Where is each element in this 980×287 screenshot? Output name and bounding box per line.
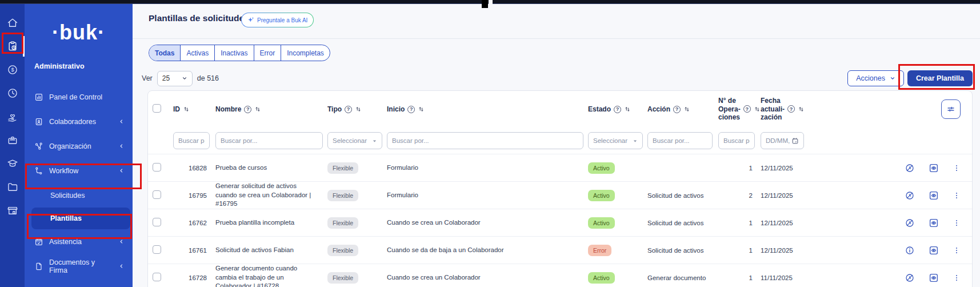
rail-item-beneficios[interactable]: [0, 110, 25, 123]
rail-item-home[interactable]: [0, 17, 25, 29]
kebab-menu-icon[interactable]: [953, 191, 961, 200]
icon-rail: $: [0, 4, 25, 287]
col-header-accion[interactable]: Acción ?: [647, 105, 718, 113]
sidebar-item-asistencia[interactable]: Asistencia: [25, 229, 133, 254]
preview-eye-icon[interactable]: [929, 245, 939, 256]
row-checkbox[interactable]: [153, 190, 161, 199]
filter-id-input[interactable]: [173, 132, 210, 149]
filter-tipo-select[interactable]: Seleccionar: [327, 132, 382, 149]
sidebar-item-label: Organización: [49, 142, 91, 150]
rail-item-talento[interactable]: [0, 134, 25, 146]
tipo-badge: Flexible: [327, 190, 358, 201]
cell-id: 16762: [173, 220, 215, 226]
col-header-id[interactable]: ID: [173, 105, 215, 113]
sort-icon[interactable]: [624, 106, 631, 113]
kebab-menu-icon[interactable]: [953, 164, 961, 173]
sidebar-item-workflow[interactable]: Workflow: [25, 158, 133, 183]
help-icon[interactable]: ?: [673, 106, 681, 113]
help-icon[interactable]: ?: [743, 105, 751, 113]
filter-inicio-input[interactable]: [387, 132, 583, 149]
filter-fecha-input[interactable]: DD/MM,: [761, 132, 804, 149]
tab-inactivas[interactable]: Inactivas: [214, 45, 253, 61]
table-row[interactable]: 16795 Generar solicitud de activos cuand…: [148, 181, 972, 209]
tab-incompletas[interactable]: Incompletas: [281, 45, 330, 61]
row-checkbox[interactable]: [153, 273, 161, 281]
rail-item-solicitudes[interactable]: [0, 40, 25, 53]
sidebar-item-label: Colaboradores: [49, 118, 96, 126]
ask-buk-ai-button[interactable]: Preguntale a Buk AI: [241, 13, 314, 27]
sidebar-item-organizacion[interactable]: Organización: [25, 134, 133, 158]
sidebar: ·buk· Administrativo Panel de Control Co…: [25, 4, 133, 287]
rail-item-capacitaciones[interactable]: [0, 157, 25, 170]
preview-eye-icon[interactable]: [929, 218, 939, 228]
kebab-menu-icon[interactable]: [953, 218, 961, 228]
filter-operaciones-input[interactable]: [718, 132, 755, 149]
rail-item-kiosco[interactable]: [0, 204, 25, 217]
help-icon[interactable]: ?: [614, 106, 621, 113]
col-header-tipo[interactable]: Tipo ?: [327, 105, 387, 113]
select-placeholder: Seleccionar: [333, 137, 367, 144]
tab-activas[interactable]: Activas: [180, 45, 214, 61]
sidebar-item-colaboradores[interactable]: Colaboradores: [25, 109, 133, 134]
tab-error[interactable]: Error: [254, 45, 281, 61]
rail-item-asistencia[interactable]: [0, 87, 25, 99]
sort-icon[interactable]: [355, 106, 362, 113]
notifications-off-icon[interactable]: [905, 190, 915, 201]
sidebar-item-label: Asistencia: [49, 238, 82, 246]
filter-estado-select[interactable]: Seleccionar: [588, 132, 643, 149]
col-header-fecha[interactable]: Fecha actuali- zación ?: [761, 97, 809, 121]
calendar-icon: [791, 137, 799, 145]
table-row[interactable]: 16762 Prueba plantilla incompleta Flexib…: [148, 209, 972, 236]
calendar-check-icon: [34, 237, 43, 246]
help-icon[interactable]: ?: [244, 106, 251, 113]
help-icon[interactable]: ?: [787, 105, 795, 113]
help-icon[interactable]: ?: [407, 106, 415, 113]
rail-item-remuneraciones[interactable]: $: [0, 63, 25, 76]
notifications-off-icon[interactable]: [905, 163, 915, 173]
filter-nombre-input[interactable]: [215, 132, 323, 149]
sidebar-item-plantillas[interactable]: Plantillas: [31, 208, 130, 229]
row-checkbox[interactable]: [153, 163, 161, 172]
col-header-label: N° de Opera- ciones: [718, 97, 741, 121]
preview-eye-icon[interactable]: [929, 190, 939, 201]
notifications-off-icon[interactable]: [905, 273, 915, 283]
col-header-operaciones[interactable]: N° de Opera- ciones ?: [718, 97, 761, 121]
info-icon[interactable]: [905, 245, 915, 256]
sidebar-item-panel-de-control[interactable]: Panel de Control: [25, 85, 133, 109]
rail-item-documentos[interactable]: [0, 181, 25, 193]
table-row[interactable]: 16761 Solicitud de activos Fabian Flexib…: [148, 236, 972, 264]
column-settings-button[interactable]: [941, 99, 961, 119]
sidebar-item-documentos-y-firma[interactable]: Documentos y Firma: [25, 254, 133, 278]
kebab-menu-icon[interactable]: [953, 273, 961, 282]
table-row[interactable]: 16728 Generar documento cuando cambia el…: [148, 264, 972, 287]
acciones-button[interactable]: Acciones: [847, 70, 904, 86]
notifications-off-icon[interactable]: [905, 218, 915, 228]
crear-plantilla-button[interactable]: Crear Plantilla: [907, 70, 973, 86]
help-icon[interactable]: ?: [345, 106, 352, 113]
filter-accion-input[interactable]: [647, 132, 713, 149]
preview-eye-icon[interactable]: [929, 163, 939, 173]
hand-heart-icon: [7, 111, 18, 122]
sort-icon[interactable]: [418, 106, 425, 113]
workflow-icon: [34, 166, 43, 176]
table-row[interactable]: 16828 Prueba de cursos Flexible Formular…: [148, 154, 972, 181]
sort-icon[interactable]: [683, 106, 690, 113]
sort-icon[interactable]: [254, 106, 261, 113]
page-size-select[interactable]: 25: [157, 71, 193, 86]
tab-todas[interactable]: Todas: [149, 45, 180, 61]
kebab-menu-icon[interactable]: [953, 246, 961, 255]
ask-buk-ai-label: Preguntale a Buk AI: [257, 17, 307, 23]
row-checkbox[interactable]: [153, 245, 161, 254]
select-all-checkbox[interactable]: [153, 104, 161, 113]
sort-icon[interactable]: [183, 106, 190, 113]
cell-inicio: Formulario: [387, 164, 588, 173]
sidebar-item-solicitudes[interactable]: Solicitudes: [25, 183, 133, 208]
col-header-inicio[interactable]: Inicio ?: [387, 105, 588, 113]
sort-icon[interactable]: [754, 106, 761, 113]
col-header-estado[interactable]: Estado ?: [588, 105, 647, 113]
col-header-nombre[interactable]: Nombre ?: [215, 105, 327, 113]
row-checkbox[interactable]: [153, 218, 161, 226]
sidebar-item-label: Solicitudes: [50, 192, 85, 200]
sort-icon[interactable]: [798, 106, 805, 113]
preview-eye-icon[interactable]: [929, 273, 939, 283]
